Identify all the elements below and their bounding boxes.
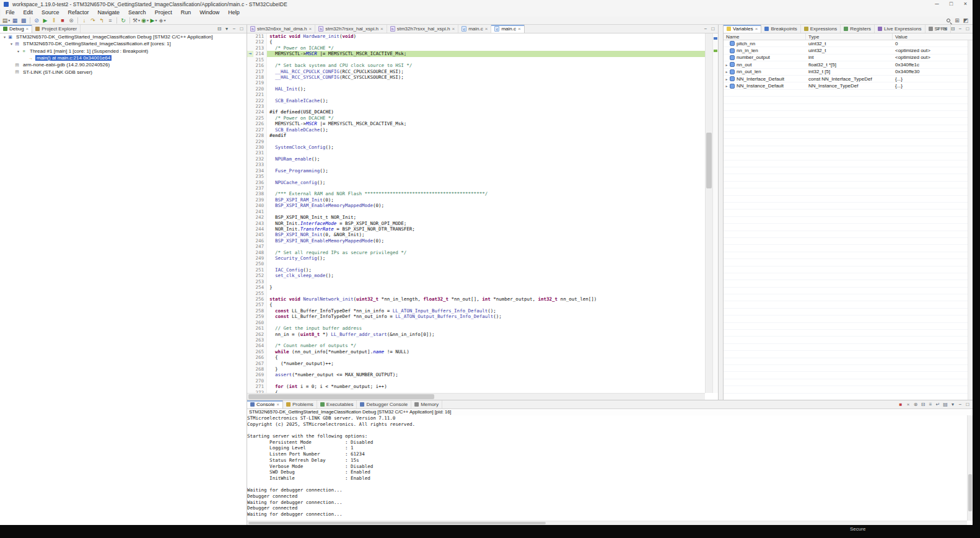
- annotation-gutter[interactable]: [247, 232, 253, 237]
- line-number[interactable]: 245: [253, 232, 267, 237]
- scrollbar-thumb[interactable]: [968, 474, 972, 511]
- line-number[interactable]: 249: [253, 255, 267, 261]
- line-number[interactable]: 236: [253, 180, 267, 185]
- code-line-223[interactable]: 223: [247, 104, 705, 109]
- code-line-212[interactable]: 212{: [247, 39, 705, 45]
- line-number[interactable]: 237: [253, 185, 267, 191]
- line-number[interactable]: 231: [253, 150, 267, 156]
- line-number[interactable]: 214: [253, 51, 267, 56]
- tab-variables[interactable]: Variables×: [724, 25, 761, 33]
- annotation-gutter[interactable]: [247, 291, 253, 296]
- line-number[interactable]: 238: [253, 191, 267, 196]
- annotation-gutter[interactable]: [247, 92, 253, 97]
- terminate-button[interactable]: ■: [58, 17, 67, 24]
- close-tab-icon[interactable]: ×: [518, 25, 521, 33]
- display-selected-console-button[interactable]: ▤: [942, 400, 949, 408]
- line-number[interactable]: 257: [253, 302, 267, 307]
- external-tools-dropdown[interactable]: ▾: [164, 17, 165, 24]
- annotation-gutter[interactable]: [247, 98, 253, 104]
- line-number[interactable]: 271: [253, 384, 267, 389]
- code-line-243[interactable]: 243 NOR_Init.InterfaceMode = BSP_XSPI_NO…: [247, 221, 705, 226]
- line-number[interactable]: 247: [253, 244, 267, 249]
- line-number[interactable]: 243: [253, 221, 267, 226]
- code-line-262[interactable]: 262 nn_in = (uint8_t *) LL_Buffer_addr_s…: [247, 332, 705, 337]
- minimize-view-button[interactable]: −: [956, 25, 964, 33]
- tab-main-c[interactable]: cmain.c×: [491, 25, 524, 33]
- expander-icon[interactable]: ▸: [724, 69, 730, 74]
- editor-overview-ruler[interactable]: [712, 33, 718, 393]
- expander-icon[interactable]: ▸: [724, 84, 730, 88]
- external-tools-button[interactable]: ◈▾: [158, 17, 167, 24]
- annotation-gutter[interactable]: [247, 238, 253, 244]
- code-line-254[interactable]: 254}: [247, 284, 705, 290]
- line-number[interactable]: 251: [253, 267, 267, 273]
- code-line-233[interactable]: 233: [247, 162, 705, 167]
- title-bar[interactable]: workspace_1.19.0-test2 - STM32N6570-DK_G…: [0, 0, 973, 9]
- line-number[interactable]: 261: [253, 325, 267, 331]
- code-line-219[interactable]: 219: [247, 80, 705, 86]
- scrollbar-thumb[interactable]: [248, 394, 434, 399]
- close-button[interactable]: ×: [958, 0, 973, 9]
- annotation-gutter[interactable]: [247, 355, 253, 360]
- annotation-gutter[interactable]: [247, 349, 253, 355]
- code-line-266[interactable]: 266 {: [247, 355, 705, 360]
- column-header-name[interactable]: Name: [724, 33, 806, 40]
- tree-item-stm32n6570-dk-gettingstarted-imageclassi[interactable]: ▾▤STM32N6570-DK_GettingStarted_ImageClas…: [0, 40, 247, 47]
- close-tab-icon[interactable]: ×: [276, 400, 279, 408]
- build-button[interactable]: ⚒▾: [132, 17, 141, 24]
- annotation-gutter[interactable]: [247, 39, 253, 45]
- code-editor[interactable]: 211static void Hardware_init(void)212{21…: [247, 33, 705, 393]
- line-number[interactable]: 270: [253, 378, 267, 384]
- line-number[interactable]: 266: [253, 355, 267, 360]
- code-line-256[interactable]: 256static void NeuralNetwork_init(uint32…: [247, 296, 705, 302]
- line-number[interactable]: 262: [253, 332, 267, 337]
- line-number[interactable]: 239: [253, 197, 267, 203]
- step-over-button[interactable]: ↷: [89, 17, 97, 24]
- code-line-263[interactable]: 263: [247, 337, 705, 343]
- line-number[interactable]: 215: [253, 57, 267, 63]
- expand-all-button[interactable]: ⊞: [942, 25, 949, 33]
- code-line-230[interactable]: 230 SystemClock_Config();: [247, 144, 705, 150]
- line-number[interactable]: 217: [253, 69, 267, 74]
- annotation-gutter[interactable]: [247, 139, 253, 144]
- annotation-gutter[interactable]: [247, 45, 253, 51]
- line-number[interactable]: 256: [253, 296, 267, 302]
- clear-console-button[interactable]: ⊟: [919, 400, 927, 408]
- menu-window[interactable]: Window: [195, 9, 224, 17]
- tab-console[interactable]: Console×: [247, 400, 283, 408]
- code-line-234[interactable]: 234 Fuse_Programming();: [247, 168, 705, 174]
- tree-item-thread-1-main-1-core-1-suspended-breakpo[interactable]: ▾≡Thread #1 [main] 1 [core: 1] (Suspende…: [0, 48, 247, 55]
- column-header-type[interactable]: Type: [806, 33, 893, 40]
- line-number[interactable]: 269: [253, 372, 267, 377]
- annotation-gutter[interactable]: [247, 33, 253, 39]
- code-line-248[interactable]: 248 /* Set all required IPs as secure pr…: [247, 250, 705, 255]
- code-line-211[interactable]: 211static void Hardware_init(void): [247, 33, 705, 39]
- code-line-238[interactable]: 238 /*** External RAM and NOR Flash ****…: [247, 191, 705, 196]
- code-line-268[interactable]: 268 }: [247, 366, 705, 372]
- annotation-gutter[interactable]: [247, 180, 253, 185]
- tab-problems[interactable]: Problems: [283, 400, 317, 408]
- expander-icon[interactable]: ▸: [724, 77, 730, 81]
- annotation-gutter[interactable]: [247, 320, 253, 325]
- annotation-gutter[interactable]: [247, 174, 253, 179]
- line-number[interactable]: 228: [253, 133, 267, 138]
- code-line-231[interactable]: 231: [247, 150, 705, 156]
- code-line-214[interactable]: →214 MEMSYSCTL->MSCR |= MEMSYSCTL_MSCR_I…: [247, 51, 705, 56]
- variable-row-nn-interface-default[interactable]: ▸NN_Interface_Defaultconst NN_Interface_…: [724, 76, 968, 82]
- menu-project[interactable]: Project: [151, 9, 177, 17]
- annotation-gutter[interactable]: [247, 127, 253, 133]
- code-line-253[interactable]: 253: [247, 279, 705, 284]
- close-tab-icon[interactable]: ×: [309, 25, 312, 33]
- annotation-gutter[interactable]: [247, 214, 253, 220]
- line-number[interactable]: 268: [253, 366, 267, 372]
- menu-source[interactable]: Source: [37, 9, 64, 17]
- tree-item-stm32n6570-dk-gettingstarted-imageclassi[interactable]: ▾▣STM32N6570-DK_GettingStarted_ImageClas…: [0, 33, 247, 40]
- annotation-gutter[interactable]: [247, 244, 253, 249]
- line-number[interactable]: 233: [253, 162, 267, 167]
- annotation-gutter[interactable]: [247, 69, 253, 74]
- line-number[interactable]: 226: [253, 121, 267, 126]
- annotation-gutter[interactable]: [247, 156, 253, 162]
- build-dropdown[interactable]: ▾: [138, 17, 140, 24]
- code-line-246[interactable]: 246 BSP_XSPI_NOR_EnableMemoryMappedMode(…: [247, 238, 705, 244]
- tab-breakpoints[interactable]: Breakpoints: [761, 25, 800, 33]
